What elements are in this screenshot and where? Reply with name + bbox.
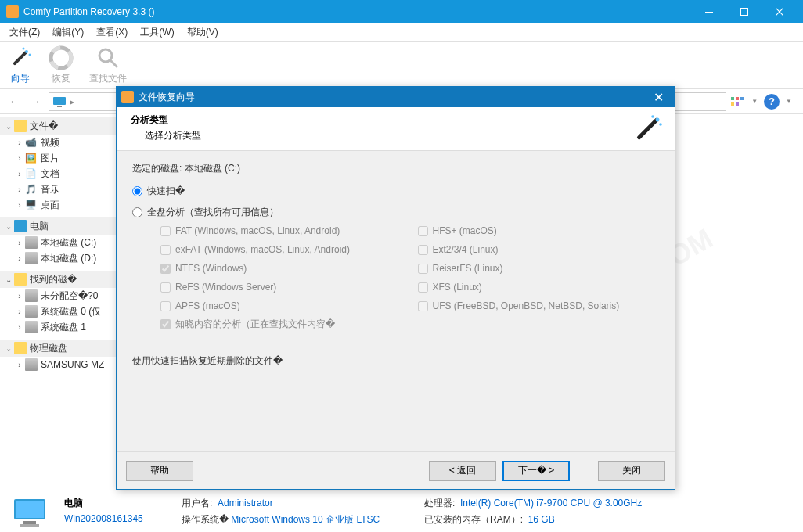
tree-file-item[interactable]: ›📄文档 <box>0 166 117 182</box>
selected-disk-label: 选定的磁盘: <box>132 163 182 174</box>
tree-physical-header[interactable]: ⌄物理磁盘 <box>0 340 117 357</box>
tree-found-item[interactable]: ›未分配空�?0 <box>0 288 117 304</box>
svg-point-25 <box>651 115 654 118</box>
svg-rect-14 <box>731 97 734 100</box>
next-button[interactable]: 下一� > <box>502 461 570 481</box>
selected-disk-value: 本地磁盘 (C:) <box>185 163 240 174</box>
chk-ntfs: NTFS (Windows) <box>160 263 402 274</box>
dialog-titlebar: 文件恢复向导 ✕ <box>117 87 675 107</box>
dialog-footer: 帮助 < 返回 下一� > 关闭 <box>117 451 675 489</box>
status-ram-label: 已安装的内存（RAM）: <box>424 514 523 525</box>
view-mode-button[interactable] <box>729 94 745 110</box>
wand-icon <box>631 112 665 146</box>
status-ram: 16 GB <box>528 514 555 525</box>
menu-view[interactable]: 查看(X) <box>90 24 134 41</box>
wand-icon <box>8 45 33 70</box>
radio-fast-scan[interactable]: 快速扫� <box>132 185 659 198</box>
search-icon <box>95 45 121 70</box>
maximize-button[interactable] <box>726 0 762 23</box>
svg-rect-18 <box>736 102 739 106</box>
chevron-down-icon: ▼ <box>786 98 792 105</box>
chk-content-aware: 知晓内容的分析（正在查找文件内容� <box>160 318 659 331</box>
svg-rect-23 <box>636 117 659 140</box>
toolbar-find-label: 查找文件 <box>89 72 127 85</box>
status-cpu-label: 处理器: <box>424 498 455 509</box>
close-button[interactable]: 关闭 <box>598 461 665 481</box>
lifebuoy-icon <box>49 45 74 70</box>
chk-fat: FAT (Windows, macOS, Linux, Android) <box>160 225 402 236</box>
status-cpu: Intel(R) Core(TM) i7-9700 CPU @ 3.00GHz <box>460 498 642 509</box>
nav-forward[interactable]: → <box>27 92 45 111</box>
status-computer-label: 电脑 <box>64 498 83 509</box>
help-button[interactable]: ? <box>764 94 780 110</box>
dialog-close-button[interactable]: ✕ <box>646 87 670 107</box>
chevron-down-icon: ▼ <box>751 98 758 105</box>
chk-ext: Ext2/3/4 (Linux) <box>418 244 660 255</box>
dialog-body: 选定的磁盘: 本地磁盘 (C:) 快速扫� 全盘分析（查找所有可用信息） FAT… <box>117 151 675 451</box>
nav-back[interactable]: ← <box>5 92 23 111</box>
toolbar-recover-label: 恢复 <box>52 72 70 85</box>
status-hostname: Win202008161345 <box>64 513 174 527</box>
back-button[interactable]: < 返回 <box>429 461 496 481</box>
status-user: Administrator <box>218 498 273 509</box>
chk-apfs: APFS (macOS) <box>160 300 402 311</box>
svg-rect-17 <box>731 102 734 106</box>
svg-rect-20 <box>16 501 44 518</box>
tree-found-header[interactable]: ⌄找到的磁� <box>0 271 117 288</box>
svg-point-5 <box>25 50 28 53</box>
tree-file-item[interactable]: ›🖼️图片 <box>0 150 117 166</box>
chk-ufs: UFS (FreeBSD, OpenBSD, NetBSD, Solaris) <box>418 300 660 311</box>
menu-tools[interactable]: 工具(W) <box>134 24 180 41</box>
svg-rect-1 <box>740 9 747 16</box>
toolbar-recover: 恢复 <box>49 45 74 85</box>
chk-reiser: ReiserFS (Linux) <box>418 263 660 274</box>
status-user-label: 用户名: <box>182 498 212 509</box>
tree-file-item[interactable]: ›🖥️桌面 <box>0 197 117 213</box>
toolbar-wizard[interactable]: 向导 <box>8 45 33 85</box>
minimize-button[interactable] <box>691 0 726 23</box>
tree-file-item[interactable]: ›📹视频 <box>0 135 117 150</box>
radio-fast-scan-label: 快速扫� <box>147 185 185 198</box>
dialog-subheading: 选择分析类型 <box>145 129 661 142</box>
svg-rect-12 <box>53 97 66 105</box>
svg-point-24 <box>656 118 660 122</box>
chk-xfs: XFS (Linux) <box>418 282 660 293</box>
tree-drive-item[interactable]: ›本地磁盘 (D:) <box>0 250 117 266</box>
toolbar-find: 查找文件 <box>89 45 127 85</box>
radio-fast-scan-input[interactable] <box>132 186 142 196</box>
tree-drive-item[interactable]: ›本地磁盘 (C:) <box>0 235 117 250</box>
app-icon <box>6 5 19 18</box>
svg-point-7 <box>29 54 31 56</box>
tree-physical-item[interactable]: ›SAMSUNG MZ <box>0 357 117 372</box>
svg-rect-21 <box>23 521 36 524</box>
window-titlebar: Comfy Partition Recovery 3.3 () <box>0 0 803 23</box>
radio-full-scan-label: 全盘分析（查找所有可用信息） <box>147 206 279 219</box>
menu-edit[interactable]: 编辑(Y) <box>46 24 90 41</box>
svg-rect-16 <box>740 97 744 100</box>
dialog-header: 分析类型 选择分析类型 <box>117 107 675 151</box>
dialog-hint: 使用快速扫描恢复近期删除的文件� <box>132 354 659 368</box>
app-icon <box>121 91 134 103</box>
svg-line-11 <box>110 60 117 66</box>
tree-panel: ⌄文件�›📹视频›🖼️图片›📄文档›🎵音乐›🖥️桌面⌄电脑›本地磁盘 (C:)›… <box>0 114 117 491</box>
tree-found-item[interactable]: ›系统磁盘 1 <box>0 319 117 335</box>
radio-full-scan-input[interactable] <box>132 207 142 217</box>
menu-file[interactable]: 文件(Z) <box>3 24 46 41</box>
svg-rect-15 <box>736 97 739 100</box>
tree-file-item[interactable]: ›🎵音乐 <box>0 182 117 197</box>
menu-help[interactable]: 帮助(V) <box>181 24 225 41</box>
radio-full-scan[interactable]: 全盘分析（查找所有可用信息） <box>132 206 659 219</box>
help-button[interactable]: 帮助 <box>126 461 193 481</box>
status-os: Microsoft Windows 10 企业版 LTSC <box>231 514 380 525</box>
status-bar: 电脑 用户名: Administrator 处理器: Intel(R) Core… <box>0 491 803 532</box>
toolbar: 向导 恢复 查找文件 <box>0 42 803 89</box>
tree-files-header[interactable]: ⌄文件� <box>0 117 117 135</box>
filesystem-grid: FAT (Windows, macOS, Linux, Android) HFS… <box>160 225 659 311</box>
svg-point-6 <box>23 48 25 50</box>
tree-found-item[interactable]: ›系统磁盘 0 (仅 <box>0 304 117 319</box>
tree-computer-header[interactable]: ⌄电脑 <box>0 217 117 235</box>
computer-icon <box>11 496 49 527</box>
close-button[interactable] <box>762 0 797 23</box>
chk-hfs: HFS+ (macOS) <box>418 225 660 236</box>
chk-exfat: exFAT (Windows, macOS, Linux, Android) <box>160 244 402 255</box>
